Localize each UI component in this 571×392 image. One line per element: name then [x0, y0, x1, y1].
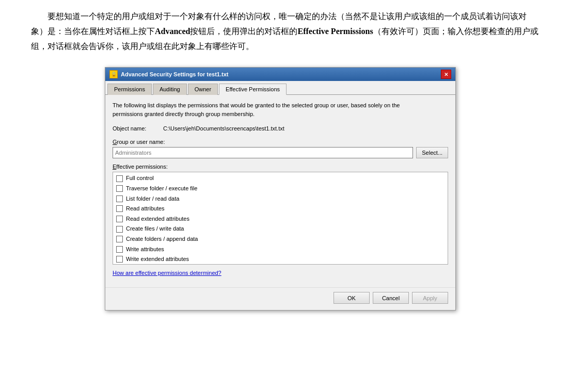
bold-advanced: Advanced	[155, 27, 190, 36]
permission-checkbox-4[interactable]	[116, 216, 123, 222]
paragraph-1: 要想知道一个特定的用户或组对于一个对象有什么样的访问权，唯一确定的办法（当然不是…	[31, 9, 540, 54]
dialog-title-text: Advanced Security Settings for test1.txt	[121, 71, 228, 77]
permission-item-1: Traverse folder / execute file	[113, 184, 448, 194]
permission-label-0: Full control	[126, 174, 154, 183]
permission-label-6: Create folders / append data	[126, 235, 198, 244]
group-label: Group or user name:	[113, 139, 448, 145]
group-label-text: roup or user name:	[117, 139, 165, 145]
permission-label-7: Write attributes	[126, 245, 164, 254]
permission-label-5: Create files / write data	[126, 224, 184, 234]
cancel-button[interactable]: Cancel	[373, 292, 409, 304]
permission-label-2: List folder / read data	[126, 194, 179, 204]
text-part-2: 按钮后，使用弹出的对话框的	[190, 27, 297, 36]
permission-item-5: Create files / write data	[113, 224, 448, 234]
apply-button[interactable]: Apply	[412, 292, 448, 304]
permission-checkbox-7[interactable]	[116, 246, 123, 253]
permission-item-0: Full control	[113, 173, 448, 184]
dialog-container: 🔒 Advanced Security Settings for test1.t…	[0, 67, 571, 316]
object-name-label: Object name:	[113, 125, 159, 132]
dialog-tabs: Permissions Auditing Owner Effective Per…	[105, 81, 455, 95]
titlebar-buttons: ✕	[441, 70, 451, 79]
select-button[interactable]: Select...	[416, 147, 448, 158]
permission-item-6: Create folders / append data	[113, 234, 448, 244]
permission-checkbox-5[interactable]	[116, 226, 123, 233]
tab-auditing[interactable]: Auditing	[153, 84, 187, 95]
help-link[interactable]: How are effective permissions determined…	[113, 270, 221, 276]
page-wrapper: 要想知道一个特定的用户或组对于一个对象有什么样的访问权，唯一确定的办法（当然不是…	[0, 0, 571, 392]
effective-permissions-label: Effective permissions:	[113, 164, 448, 170]
permission-label-4: Read extended attributes	[126, 215, 189, 224]
ok-button[interactable]: OK	[334, 292, 370, 304]
permission-checkbox-8[interactable]	[116, 256, 123, 263]
permission-checkbox-6[interactable]	[116, 236, 123, 242]
bold-effective-permissions: Effective Permissions	[297, 27, 373, 36]
group-user-section: Group or user name: Select...	[113, 139, 448, 158]
input-row: Select...	[113, 147, 448, 158]
object-name-row: Object name: C:\Users\jeh\Documents\scre…	[113, 125, 448, 132]
permission-label-3: Read attributes	[126, 204, 165, 214]
dialog-footer: OK Cancel Apply	[105, 287, 455, 310]
dialog-content: The following list displays the permissi…	[105, 95, 455, 287]
permission-item-7: Write attributes	[113, 244, 448, 255]
permission-checkbox-2[interactable]	[116, 195, 123, 202]
dialog-title-icon: 🔒	[109, 70, 118, 78]
tab-owner[interactable]: Owner	[188, 84, 218, 95]
permission-item-2: List folder / read data	[113, 194, 448, 204]
titlebar-left: 🔒 Advanced Security Settings for test1.t…	[109, 70, 228, 78]
permission-checkbox-0[interactable]	[116, 175, 123, 182]
permission-item-3: Read attributes	[113, 204, 448, 214]
permissions-list-container[interactable]: Full controlTraverse folder / execute fi…	[113, 172, 448, 265]
close-button[interactable]: ✕	[441, 70, 451, 79]
permission-checkbox-3[interactable]	[116, 205, 123, 212]
permission-checkbox-1[interactable]	[116, 185, 123, 192]
permission-label-1: Traverse folder / execute file	[126, 184, 197, 193]
text-content: 要想知道一个特定的用户或组对于一个对象有什么样的访问权，唯一确定的办法（当然不是…	[0, 0, 571, 67]
object-name-value: C:\Users\jeh\Documents\screencaps\test1.…	[163, 125, 284, 132]
dialog-box: 🔒 Advanced Security Settings for test1.t…	[105, 67, 456, 311]
dialog-titlebar: 🔒 Advanced Security Settings for test1.t…	[105, 68, 455, 81]
permissions-list: Full controlTraverse folder / execute fi…	[113, 172, 448, 265]
dialog-description: The following list displays the permissi…	[113, 101, 448, 118]
permission-item-8: Write extended attributes	[113, 254, 448, 265]
permission-label-8: Write extended attributes	[126, 255, 189, 264]
group-user-input[interactable]	[113, 147, 413, 158]
permission-item-4: Read extended attributes	[113, 214, 448, 224]
tab-effective-permissions[interactable]: Effective Permissions	[219, 84, 287, 95]
tab-permissions[interactable]: Permissions	[107, 84, 152, 95]
